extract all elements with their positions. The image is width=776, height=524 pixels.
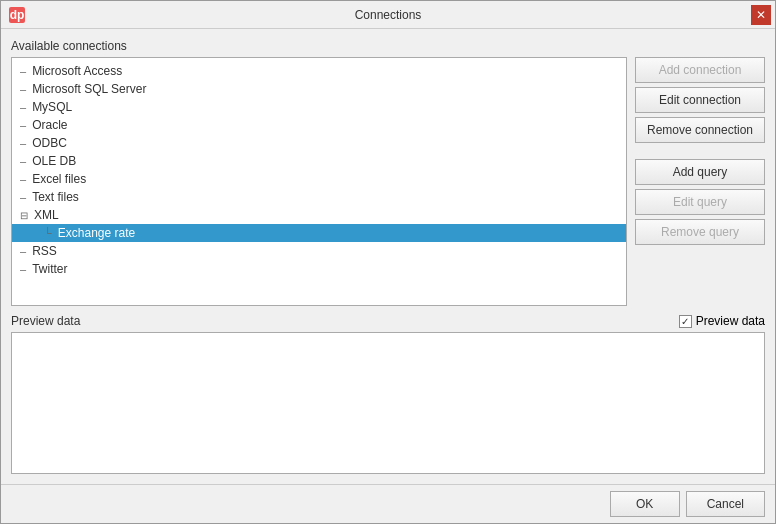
list-item[interactable]: MySQL	[12, 98, 626, 116]
edit-connection-button[interactable]: Edit connection	[635, 87, 765, 113]
preview-label: Preview data	[11, 314, 80, 328]
connections-label: Available connections	[11, 39, 627, 53]
connections-list[interactable]: Microsoft AccessMicrosoft SQL ServerMySQ…	[11, 57, 627, 306]
list-item[interactable]: OLE DB	[12, 152, 626, 170]
preview-checkbox-label: Preview data	[696, 314, 765, 328]
connections-dialog: dp Connections ✕ Available connections M…	[0, 0, 776, 524]
preview-section: Preview data Preview data	[11, 314, 765, 474]
dialog-title: Connections	[355, 8, 422, 22]
list-item[interactable]: ODBC	[12, 134, 626, 152]
dialog-body: Available connections Microsoft AccessMi…	[1, 29, 775, 484]
title-bar-controls: ✕	[751, 5, 771, 25]
list-item[interactable]: XML	[12, 206, 626, 224]
footer: OK Cancel	[1, 484, 775, 523]
preview-checkbox-area[interactable]: Preview data	[679, 314, 765, 328]
buttons-panel: Add connection Edit connection Remove co…	[635, 39, 765, 306]
list-item[interactable]: Excel files	[12, 170, 626, 188]
ok-button[interactable]: OK	[610, 491, 680, 517]
remove-query-button[interactable]: Remove query	[635, 219, 765, 245]
list-item[interactable]: Text files	[12, 188, 626, 206]
list-item[interactable]: Microsoft Access	[12, 62, 626, 80]
close-button[interactable]: ✕	[751, 5, 771, 25]
cancel-button[interactable]: Cancel	[686, 491, 765, 517]
app-icon: dp	[9, 7, 25, 23]
preview-area	[11, 332, 765, 474]
add-connection-button[interactable]: Add connection	[635, 57, 765, 83]
list-item[interactable]: Microsoft SQL Server	[12, 80, 626, 98]
list-item[interactable]: Exchange rate	[12, 224, 626, 242]
edit-query-button[interactable]: Edit query	[635, 189, 765, 215]
list-item[interactable]: RSS	[12, 242, 626, 260]
title-bar: dp Connections ✕	[1, 1, 775, 29]
list-item[interactable]: Oracle	[12, 116, 626, 134]
top-section: Available connections Microsoft AccessMi…	[11, 39, 765, 306]
add-query-button[interactable]: Add query	[635, 159, 765, 185]
title-bar-left: dp	[9, 7, 25, 23]
preview-checkbox[interactable]	[679, 315, 692, 328]
connections-panel: Available connections Microsoft AccessMi…	[11, 39, 627, 306]
list-item[interactable]: Twitter	[12, 260, 626, 278]
preview-header: Preview data Preview data	[11, 314, 765, 328]
remove-connection-button[interactable]: Remove connection	[635, 117, 765, 143]
